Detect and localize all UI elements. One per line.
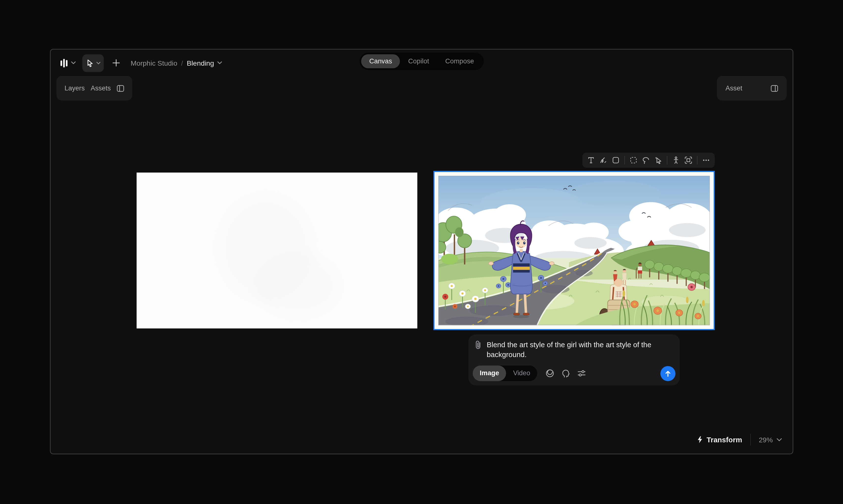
faint-sketch xyxy=(255,253,341,318)
toolbar-divider xyxy=(667,156,667,164)
chevron-down-icon xyxy=(96,61,100,64)
image-mode-button[interactable]: Image xyxy=(473,366,506,381)
footer-bar: Transform 29% xyxy=(697,433,782,446)
breadcrumb: Morphic Studio / Blending xyxy=(131,59,222,67)
swirl-loop-icon[interactable] xyxy=(545,369,555,378)
breadcrumb-separator: / xyxy=(181,59,183,67)
app-logo-menu[interactable] xyxy=(60,58,76,67)
video-mode-button[interactable]: Video xyxy=(506,366,537,381)
layers-tab[interactable]: Layers xyxy=(65,84,85,92)
tab-copilot[interactable]: Copilot xyxy=(400,54,437,68)
sliders-icon[interactable] xyxy=(577,369,586,378)
prompt-controls: Image Video xyxy=(473,366,675,381)
header: Morphic Studio / Blending xyxy=(60,52,222,74)
shape-tool-icon[interactable] xyxy=(612,157,619,164)
tab-canvas[interactable]: Canvas xyxy=(361,54,400,68)
text-tool-icon[interactable] xyxy=(587,157,595,164)
ai-cursor-tool-icon[interactable] xyxy=(654,157,662,164)
blank-canvas-object[interactable] xyxy=(137,173,418,328)
frame-crop-tool-icon[interactable] xyxy=(685,157,692,164)
chevron-down-icon xyxy=(777,438,782,441)
project-name-label: Blending xyxy=(187,59,214,67)
panel-right-icon[interactable] xyxy=(771,85,778,92)
layers-assets-panel: Layers Assets xyxy=(56,76,132,101)
assets-tab[interactable]: Assets xyxy=(91,84,111,92)
toolbar-divider xyxy=(625,156,625,164)
selection-toolbar xyxy=(582,152,715,167)
more-options-icon[interactable] xyxy=(702,157,710,164)
marquee-select-tool-icon[interactable] xyxy=(630,157,637,164)
asset-panel: Asset xyxy=(717,76,787,101)
breadcrumb-project-name[interactable]: Blending xyxy=(187,59,222,67)
app-frame: Morphic Studio / Blending Canvas Copilot… xyxy=(50,49,793,454)
mode-toggle: Image Video xyxy=(473,366,537,381)
lightning-bolt-icon xyxy=(697,436,703,444)
lasso-select-tool-icon[interactable] xyxy=(642,157,650,164)
transform-button[interactable]: Transform xyxy=(697,436,742,444)
paperclip-icon[interactable] xyxy=(474,340,482,359)
add-button[interactable] xyxy=(110,57,122,69)
artwork-image-selected[interactable] xyxy=(434,171,715,330)
cursor-icon xyxy=(86,59,93,67)
view-tabs: Canvas Copilot Compose xyxy=(360,53,484,70)
transform-label: Transform xyxy=(706,436,742,444)
prompt-input[interactable]: Blend the art style of the girl with the… xyxy=(487,340,660,359)
app-background: Morphic Studio / Blending Canvas Copilot… xyxy=(0,0,843,504)
chevron-down-icon xyxy=(71,61,76,65)
waveform-logo-icon xyxy=(60,58,68,67)
asset-panel-title: Asset xyxy=(725,84,742,92)
prompt-bar[interactable]: Blend the art style of the girl with the… xyxy=(468,335,680,385)
head-profile-icon[interactable] xyxy=(562,369,570,378)
draw-tool-icon[interactable] xyxy=(600,157,607,164)
prompt-options xyxy=(545,369,586,378)
toolbar-divider xyxy=(697,156,698,164)
zoom-level: 29% xyxy=(759,436,773,444)
footer-divider xyxy=(750,434,751,446)
select-tool-button[interactable] xyxy=(82,54,104,72)
chevron-down-icon xyxy=(217,61,222,65)
send-button[interactable] xyxy=(660,366,675,381)
panel-left-icon[interactable] xyxy=(117,85,124,92)
zoom-dropdown[interactable]: 29% xyxy=(759,436,782,444)
countryside-illustration xyxy=(435,172,714,329)
breadcrumb-app-name[interactable]: Morphic Studio xyxy=(131,59,177,67)
prompt-text-row: Blend the art style of the girl with the… xyxy=(474,340,660,359)
tab-compose[interactable]: Compose xyxy=(437,54,482,68)
pose-tool-icon[interactable] xyxy=(672,157,680,164)
